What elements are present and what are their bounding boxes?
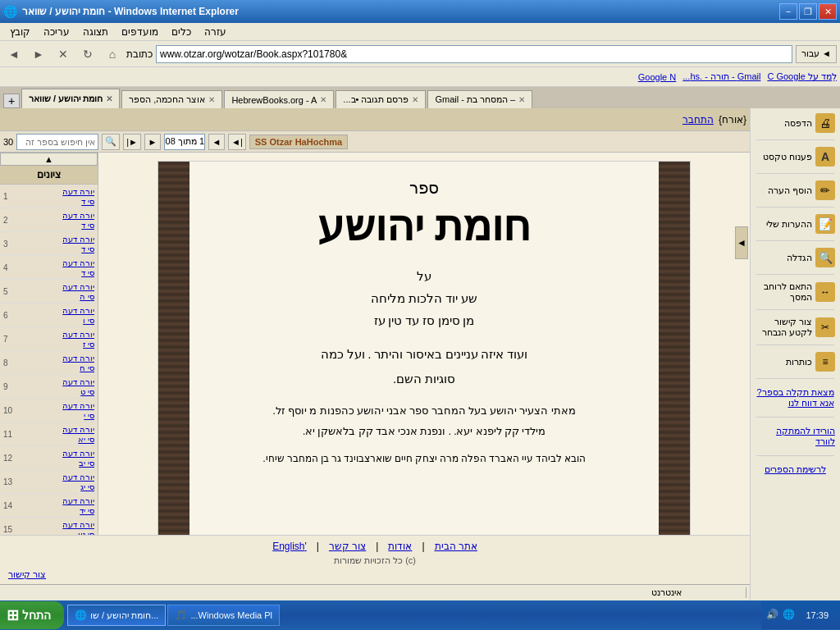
toc-item[interactable]: יורה דעה סי יד 14 bbox=[0, 494, 98, 518]
toc-sublink[interactable]: סי ד bbox=[81, 244, 94, 253]
panel-print[interactable]: 🖨 הדפסה bbox=[752, 112, 838, 135]
toc-sublink[interactable]: סי ו bbox=[83, 316, 94, 325]
toc-link[interactable]: יורה דעה bbox=[62, 354, 94, 363]
menu-favorites[interactable]: מועדפים bbox=[115, 25, 165, 39]
login-link[interactable]: התחבר bbox=[682, 114, 714, 126]
new-tab-button[interactable]: + bbox=[3, 94, 20, 108]
toc-sublink[interactable]: סי ט bbox=[80, 387, 94, 396]
toc-sublink[interactable]: סי ד bbox=[81, 221, 94, 230]
footer-link-about[interactable]: אודות bbox=[388, 541, 412, 552]
menu-help[interactable]: עזרה bbox=[198, 25, 233, 39]
toc-sublink[interactable]: סי ד bbox=[81, 268, 94, 277]
toc-item[interactable]: יורה דעה סי ד 1 bbox=[0, 185, 98, 208]
toc-link[interactable]: יורה דעה bbox=[62, 258, 94, 267]
menu-tools[interactable]: כלים bbox=[165, 25, 198, 39]
footer-shortcut-link[interactable]: צור קישור bbox=[8, 569, 46, 580]
toc-sublink[interactable]: סי יא bbox=[78, 435, 94, 444]
tab-2-close[interactable]: ✕ bbox=[208, 95, 215, 104]
toc-item[interactable]: יורה דעה סי ד 4 bbox=[0, 256, 98, 280]
download-word-link[interactable]: הורידו להמתקה לוורד bbox=[756, 426, 835, 447]
toc-link[interactable]: יורה דעה bbox=[62, 377, 94, 386]
toc-link[interactable]: יורה דעה bbox=[62, 187, 94, 196]
toc-link[interactable]: יורה דעה bbox=[62, 496, 94, 505]
toc-link[interactable]: יורה דעה bbox=[62, 520, 94, 529]
tab-5-close[interactable]: ✕ bbox=[518, 95, 525, 104]
link-google-c[interactable]: לֵמד על C Google bbox=[767, 71, 837, 82]
toc-item[interactable]: יורה דעה סי ה 5 bbox=[0, 280, 98, 304]
start-button[interactable]: ⊞ התחל bbox=[0, 601, 64, 629]
toc-link[interactable]: יורה דעה bbox=[62, 472, 94, 482]
toc-sublink[interactable]: סי יב bbox=[79, 459, 94, 468]
tab-4[interactable]: ✕ פרסם תגובה •ב... bbox=[336, 90, 426, 108]
toc-item[interactable]: יורה דעה סי ד 3 bbox=[0, 232, 98, 256]
toc-link[interactable]: יורה דעה bbox=[62, 401, 94, 410]
panel-my-notes[interactable]: 📝 ההערות שלי bbox=[752, 212, 838, 235]
taskbar-item-1[interactable]: 🌐 חומת יהושע / שו... bbox=[67, 605, 166, 626]
tab-3-close[interactable]: ✕ bbox=[320, 95, 326, 104]
toc-scroll-up[interactable]: ▲ bbox=[0, 153, 98, 166]
toc-item[interactable]: יורה דעה סי יב 12 bbox=[0, 446, 98, 470]
toc-item[interactable]: יורה דעה סי ו 6 bbox=[0, 304, 98, 327]
next-page-button[interactable]: ► bbox=[144, 134, 161, 150]
tab-1-close[interactable]: ✕ bbox=[106, 94, 112, 103]
stop-button[interactable]: ✕ bbox=[52, 43, 74, 65]
panel-zoom[interactable]: 🔍 הגדלה bbox=[752, 246, 838, 269]
refresh-button[interactable]: ↻ bbox=[77, 43, 98, 65]
toc-sublink[interactable]: סי יד bbox=[80, 506, 94, 515]
link-gmail[interactable]: Gmail - תורה - .hs... bbox=[682, 71, 760, 82]
toc-item[interactable]: יורה דעה סי טו 15 bbox=[0, 518, 98, 535]
toc-item[interactable]: יורה דעה סי ז 7 bbox=[0, 327, 98, 351]
minimize-button[interactable]: − bbox=[779, 3, 797, 20]
books-list-link[interactable]: לרשימת הספרים bbox=[765, 464, 826, 475]
toc-item[interactable]: יורה דעה סי ד 2 bbox=[0, 208, 98, 232]
toc-link[interactable]: יורה דעה bbox=[62, 425, 94, 434]
footer-link-contact[interactable]: צור קשר bbox=[329, 541, 366, 552]
close-button[interactable]: ✕ bbox=[819, 3, 837, 20]
panel-fit-width[interactable]: ↔ התאם לרוחב המסך bbox=[752, 280, 838, 304]
toc-item[interactable]: יורה דעה סי יג 13 bbox=[0, 470, 98, 494]
report-error-link[interactable]: מצאת תקלה בספר? bbox=[756, 387, 833, 398]
menu-edit[interactable]: עריכה bbox=[37, 25, 76, 39]
taskbar-item-2[interactable]: 🎵 ...Windows Media Pl bbox=[167, 605, 280, 626]
toc-link[interactable]: יורה דעה bbox=[62, 235, 94, 244]
go-button[interactable]: עבור ◄ bbox=[796, 45, 837, 63]
toc-sublink[interactable]: סי ח bbox=[80, 363, 94, 372]
toc-sublink[interactable]: סי ז bbox=[83, 340, 94, 349]
page-number-input[interactable] bbox=[164, 134, 205, 150]
toc-sublink[interactable]: סי י bbox=[84, 411, 94, 420]
tab-4-close[interactable]: ✕ bbox=[412, 95, 418, 104]
tab-5[interactable]: ✕ – המסחר בת - Gmail bbox=[427, 90, 532, 108]
toc-item[interactable]: יורה דעה סי ט 9 bbox=[0, 375, 98, 399]
search-button-nav[interactable]: 🔍 bbox=[102, 134, 120, 150]
toc-sublink[interactable]: סי יג bbox=[80, 482, 94, 491]
panel-headers[interactable]: ≡ כותרות bbox=[752, 350, 838, 373]
forward-button[interactable]: ► bbox=[28, 43, 49, 65]
link-google-n[interactable]: Google N bbox=[638, 72, 676, 82]
toc-sublink[interactable]: סי ד bbox=[81, 197, 94, 206]
address-input[interactable] bbox=[156, 45, 792, 63]
side-collapse-arrow[interactable]: ◄ bbox=[735, 226, 748, 259]
toc-link[interactable]: יורה דעה bbox=[62, 330, 94, 339]
tab-1[interactable]: ✕ חומת יהושע / שוואר bbox=[21, 89, 120, 108]
back-button[interactable]: ◄ bbox=[3, 43, 25, 65]
panel-create-link[interactable]: ✂ צור קישור לקטע הנבחר bbox=[752, 315, 838, 340]
menu-view[interactable]: תצוגה bbox=[76, 25, 115, 39]
toc-sublink[interactable]: סי ה bbox=[80, 292, 94, 301]
last-page-button[interactable]: ►| bbox=[123, 134, 141, 150]
toc-link[interactable]: יורה דעה bbox=[62, 211, 94, 220]
toc-item[interactable]: יורה דעה סי יא 11 bbox=[0, 422, 98, 446]
toc-item[interactable]: יורה דעה סי י 10 bbox=[0, 399, 98, 422]
toc-link[interactable]: יורה דעה bbox=[62, 306, 94, 315]
toc-link[interactable]: יורה דעה bbox=[62, 282, 94, 291]
search-input[interactable] bbox=[16, 134, 98, 150]
tab-3[interactable]: ✕ HebrewBooks.org - A bbox=[224, 90, 334, 108]
panel-text-decode[interactable]: A פענוח טקסט bbox=[752, 145, 838, 168]
menu-file[interactable]: קובץ bbox=[3, 25, 37, 39]
home-button[interactable]: ⌂ bbox=[102, 43, 123, 65]
tab-2[interactable]: ✕ אוצר החכמה, הספר bbox=[121, 90, 222, 108]
report-to-us-link[interactable]: אנא דווח לנו bbox=[756, 398, 833, 409]
first-page-button[interactable]: |◄ bbox=[228, 134, 246, 150]
footer-link-english[interactable]: 'English bbox=[272, 541, 307, 552]
prev-page-button[interactable]: ◄ bbox=[208, 134, 225, 150]
restore-button[interactable]: ❐ bbox=[799, 3, 817, 20]
